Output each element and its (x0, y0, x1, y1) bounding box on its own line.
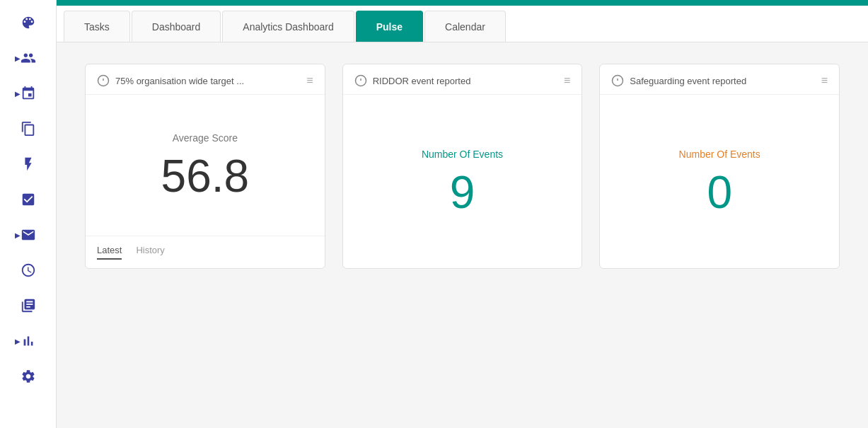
card-2-menu-icon[interactable]: ≡ (564, 74, 570, 87)
mail-icon (21, 227, 36, 243)
card-1-header-text: 75% organisation wide target ... (115, 76, 244, 86)
alert-circle-icon-3 (611, 74, 624, 87)
card-3-label: Number Of Events (679, 149, 760, 160)
sidebar-item-stack[interactable] (11, 290, 46, 321)
tab-analytics-dashboard[interactable]: Analytics Dashboard (222, 11, 354, 42)
card-2-label: Number Of Events (422, 149, 503, 160)
content-area: 75% organisation wide target ... ≡ Avera… (57, 42, 868, 428)
people-icon (21, 50, 36, 66)
check-icon (21, 192, 36, 207)
card-1-header-left: 75% organisation wide target ... (97, 74, 244, 87)
tab-calendar[interactable]: Calendar (424, 11, 506, 42)
card-3-value: 0 (707, 170, 732, 215)
card-safeguarding: Safeguarding event reported ≡ Number Of … (599, 64, 840, 269)
chevron-icon: ▶ (15, 54, 21, 62)
card-1-label: Average Score (173, 132, 238, 144)
card-3-header-left: Safeguarding event reported (611, 74, 746, 87)
card-1-menu-icon[interactable]: ≡ (306, 74, 313, 87)
card-2-body: Number Of Events 9 (343, 95, 582, 268)
tab-bar: Tasks Dashboard Analytics Dashboard Puls… (57, 6, 868, 42)
sidebar-item-mail[interactable]: ▶ (11, 219, 46, 250)
sidebar-item-settings[interactable] (11, 361, 46, 392)
cards-row: 75% organisation wide target ... ≡ Avera… (85, 64, 840, 269)
calendar-icon (21, 86, 36, 101)
sidebar-item-clock[interactable] (11, 255, 46, 286)
card-1-header: 75% organisation wide target ... ≡ (86, 64, 325, 95)
card-3-body: Number Of Events 0 (600, 95, 839, 268)
card-2-header-left: RIDDOR event reported (354, 74, 471, 87)
card-1-footer-tab-history[interactable]: History (136, 245, 164, 260)
tab-tasks[interactable]: Tasks (64, 11, 130, 42)
main-area: Tasks Dashboard Analytics Dashboard Puls… (57, 0, 868, 428)
card-1-value: 56.8 (161, 154, 250, 199)
sidebar-item-palette[interactable] (11, 7, 46, 38)
sidebar-item-bolt[interactable] (11, 149, 46, 180)
card-3-menu-icon[interactable]: ≡ (821, 74, 828, 87)
stack-icon (21, 298, 36, 313)
card-3-header-text: Safeguarding event reported (630, 76, 746, 86)
card-3-header: Safeguarding event reported ≡ (600, 64, 839, 95)
chart-icon (21, 333, 36, 349)
sidebar-item-check[interactable] (11, 184, 46, 215)
alert-circle-icon-2 (354, 74, 367, 87)
card-1-body: Average Score 56.8 (86, 95, 325, 236)
card-1-footer-tab-latest[interactable]: Latest (97, 245, 122, 260)
sidebar-item-people[interactable]: ▶ (11, 42, 46, 74)
clock-icon (21, 262, 36, 278)
tab-pulse[interactable]: Pulse (356, 11, 423, 42)
chevron-icon: ▶ (15, 337, 21, 345)
card-riddor: RIDDOR event reported ≡ Number Of Events… (342, 64, 583, 269)
card-average-score: 75% organisation wide target ... ≡ Avera… (85, 64, 325, 269)
chevron-icon: ▶ (15, 231, 21, 239)
sidebar-item-calendar[interactable]: ▶ (11, 78, 46, 109)
sidebar-item-document[interactable] (11, 113, 46, 144)
card-2-header-text: RIDDOR event reported (373, 76, 471, 86)
chevron-icon: ▶ (15, 90, 21, 98)
palette-icon (21, 15, 36, 30)
sidebar-item-chart[interactable]: ▶ (11, 325, 46, 357)
tab-dashboard[interactable]: Dashboard (132, 11, 221, 42)
bolt-icon (21, 156, 36, 172)
top-bar (57, 0, 868, 6)
settings-icon (21, 369, 36, 384)
card-2-value: 9 (450, 170, 475, 215)
document-icon (21, 121, 36, 137)
alert-circle-icon (97, 74, 110, 87)
card-2-header: RIDDOR event reported ≡ (343, 64, 582, 95)
card-1-footer: Latest History (86, 236, 325, 268)
sidebar: ▶ ▶ ▶ (0, 0, 57, 428)
